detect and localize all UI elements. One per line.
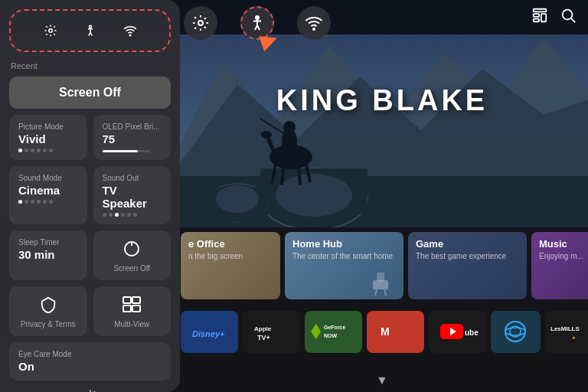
app-lesmills[interactable]: LesMILLS + [545, 311, 588, 353]
search-icon[interactable] [560, 7, 577, 28]
sound-out-tile[interactable]: Sound Out TV Speaker [93, 166, 172, 224]
sound-out-value: TV Speaker [103, 184, 162, 210]
wifi-float-icon[interactable] [297, 6, 331, 40]
svg-rect-55 [123, 305, 131, 312]
eye-care-label: Eye Care Mode [18, 350, 162, 358]
screen-off-tile-label: Screen Off [113, 264, 150, 273]
eye-care-value: On [18, 360, 162, 373]
sleep-timer-value: 30 min [18, 248, 78, 261]
dot-s4 [37, 200, 41, 204]
card-office-title: e Office [188, 238, 225, 250]
app-geforce[interactable]: GeForce NOW [305, 311, 362, 353]
svg-line-29 [384, 289, 386, 296]
brightness-fill [103, 150, 139, 152]
dot-o6 [133, 213, 137, 217]
dot-o4 [121, 213, 125, 217]
privacy-label: Privacy & Terms [21, 320, 76, 328]
scroll-down-arrow[interactable]: ▼ [376, 374, 388, 387]
card-game-subtitle: The best game experience [416, 252, 506, 260]
magic-explorer-icon[interactable] [80, 388, 101, 392]
card-office-subtitle: n the big screen [188, 252, 243, 260]
svg-point-50 [129, 34, 131, 36]
app-youtube[interactable]: ube [429, 311, 486, 353]
multi-view-icon [121, 294, 142, 315]
svg-point-24 [563, 10, 573, 20]
svg-point-16 [261, 131, 272, 139]
svg-marker-33 [311, 324, 321, 339]
svg-text:Disney+: Disney+ [192, 329, 225, 338]
wifi-icon-small[interactable] [116, 17, 144, 44]
svg-text:+: + [572, 335, 576, 341]
dot-s2 [24, 200, 28, 204]
picture-mode-dots [18, 149, 78, 152]
app-appletv[interactable]: Apple TV+ [243, 311, 300, 353]
svg-rect-23 [541, 14, 546, 21]
sound-out-dots [103, 213, 162, 217]
sound-out-label: Sound Out [103, 174, 162, 182]
svg-point-48 [48, 29, 52, 33]
svg-text:NOW: NOW [324, 333, 338, 338]
oled-brightness-label: OLED Pixel Bri... [103, 122, 162, 131]
screen-off-tile[interactable]: Screen Off [93, 230, 172, 280]
card-homehub-subtitle: The center of the smart home [292, 252, 393, 260]
content-card-homehub[interactable]: Home Hub The center of the smart home [285, 232, 403, 299]
dot-o3 [115, 213, 119, 217]
card-homehub-title: Home Hub [292, 238, 342, 250]
app-sansar[interactable] [491, 311, 541, 353]
accessibility-icon-small[interactable] [77, 17, 104, 44]
sound-mode-tile[interactable]: Sound Mode Cinema [9, 166, 87, 224]
dot-4 [37, 149, 41, 152]
svg-point-49 [89, 25, 91, 28]
top-bar-icons [531, 7, 577, 28]
svg-text:M: M [381, 325, 390, 338]
privacy-terms-tile[interactable]: Privacy & Terms [9, 286, 87, 336]
content-card-office[interactable]: e Office n the big screen [181, 232, 280, 299]
picture-mode-value: Vivid [18, 132, 78, 145]
multi-view-tile[interactable]: Multi-View [93, 286, 172, 336]
picture-mode-tile[interactable]: Picture Mode Vivid [9, 115, 87, 160]
svg-point-6 [276, 174, 352, 217]
sleep-timer-label: Sleep Timer [18, 238, 78, 247]
svg-rect-20 [534, 9, 547, 12]
sleep-timer-tile[interactable]: Sleep Timer 30 min [9, 230, 87, 280]
svg-line-13 [299, 167, 300, 185]
card-music-title: Music [539, 238, 567, 250]
quick-settings-panel: Recent Screen Off Picture Mode Vivid OLE… [0, 0, 180, 392]
dot-5 [43, 149, 47, 152]
oled-brightness-tile[interactable]: OLED Pixel Bri... 75 [93, 115, 172, 160]
dot-s1 [18, 200, 22, 204]
svg-text:Apple: Apple [254, 325, 272, 332]
content-card-music[interactable]: Music Enjoying m... [531, 232, 588, 299]
svg-rect-54 [132, 297, 140, 303]
svg-text:GeForce: GeForce [324, 325, 346, 330]
magic-explorer-section: Magic Explorer [9, 388, 171, 392]
dot-o2 [109, 213, 113, 217]
screen-off-button[interactable]: Screen Off [9, 77, 171, 109]
screen-off-icon [121, 238, 142, 260]
bottom-section: e Office n the big screen Home Hub The c… [176, 227, 588, 392]
quick-icons-top-row [9, 9, 171, 52]
app-bar: Disney+ Apple TV+ GeForce NOW [176, 304, 588, 359]
settings-grid: Picture Mode Vivid OLED Pixel Bri... 75 … [9, 115, 171, 381]
svg-line-25 [571, 18, 575, 22]
content-card-game[interactable]: Game The best game experience [408, 232, 527, 299]
svg-point-42 [505, 328, 525, 335]
svg-text:LesMILLS: LesMILLS [550, 325, 580, 332]
tv-guide-icon[interactable] [531, 7, 548, 28]
gear-icon-small[interactable] [37, 17, 64, 44]
content-cards: e Office n the big screen Home Hub The c… [176, 227, 588, 304]
svg-point-40 [505, 322, 525, 341]
gear-float-icon[interactable] [184, 6, 217, 40]
app-masterclass[interactable]: M [367, 311, 424, 353]
svg-point-9 [216, 185, 259, 213]
dot-3 [31, 149, 34, 152]
app-disney[interactable]: Disney+ [181, 311, 238, 353]
privacy-icon [38, 294, 59, 315]
svg-point-58 [198, 21, 203, 25]
sound-mode-value: Cinema [18, 184, 78, 197]
eye-care-tile[interactable]: Eye Care Mode On [9, 342, 171, 381]
svg-rect-22 [534, 19, 539, 22]
dot-s6 [49, 200, 53, 204]
svg-rect-53 [123, 297, 131, 303]
multi-view-label: Multi-View [114, 320, 149, 328]
